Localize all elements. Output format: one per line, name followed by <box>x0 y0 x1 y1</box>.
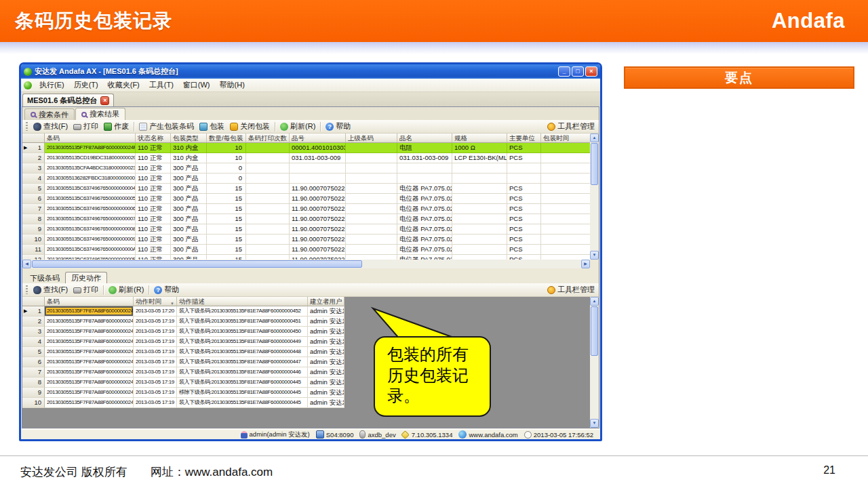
table-row[interactable]: 3201303055135CFA4BDC318000000023E110 正常3… <box>22 163 590 174</box>
tab-搜索条件[interactable]: 搜索条件 <box>24 108 75 120</box>
column-header-规格[interactable]: 规格 <box>452 134 507 143</box>
cell <box>541 204 590 214</box>
column-header-品号[interactable]: 品号 <box>290 134 346 143</box>
table-row[interactable]: 1▶201303055135F7F87A88F6000000024F110 正常… <box>22 143 590 153</box>
scroll-right-icon[interactable]: ▶ <box>581 260 590 268</box>
history-row[interactable]: 6201303055135F7F87A88F6000000024F2013-03… <box>22 357 590 367</box>
toolbar-button-作废[interactable]: 作废 <box>101 121 132 132</box>
window-titlebar[interactable]: 安达发 Andafa AX - [MES01.6 条码总控台] _ □ × <box>21 64 600 79</box>
column-header-主要单位[interactable]: 主要单位 <box>507 134 541 143</box>
cell: 300 产品 <box>171 174 207 184</box>
history-row[interactable]: 4201303055135F7F87A88F6000000024F2013-03… <box>22 337 590 347</box>
toolbar-button-label: 刷新(R) <box>119 285 144 295</box>
menu-item-2[interactable]: 历史(T) <box>69 79 103 92</box>
toolbar-manage-button[interactable]: 工具栏管理 <box>547 285 595 295</box>
column-header-上级条码[interactable]: 上级条码 <box>346 134 397 143</box>
scrollbar-corner <box>590 260 599 268</box>
column-header-包装类型[interactable]: 包装类型 <box>171 134 207 143</box>
table-row[interactable]: 12201303055135C637496765000000000B110 正常… <box>22 255 590 260</box>
scroll-up-icon[interactable]: ▲ <box>590 297 599 306</box>
column-header-条码[interactable]: 条码 <box>45 297 134 306</box>
tab-历史动作[interactable]: 历史动作 <box>65 272 107 283</box>
cell: 15 <box>207 255 246 260</box>
cell: 10 <box>207 143 246 153</box>
table-row[interactable]: 5201303055135C6374967650000000004110 正常3… <box>22 184 590 194</box>
column-header-品名[interactable]: 品名 <box>397 134 452 143</box>
history-row[interactable]: 2201303055135F7F87A88F6000000024F2013-03… <box>22 317 590 327</box>
cell: 110 正常 <box>136 255 171 260</box>
toolbar-button-关闭包装[interactable]: 关闭包装 <box>227 121 273 132</box>
toolbar-button-帮助[interactable]: ?帮助 <box>151 284 182 296</box>
tab-close-icon[interactable]: × <box>100 96 109 105</box>
tab-搜索结果[interactable]: 搜索结果 <box>75 108 125 120</box>
menu-item-6[interactable]: 帮助(H) <box>215 79 250 92</box>
toolbar-button-查找(F)[interactable]: 查找(F) <box>31 121 71 132</box>
toolbar-button-刷新(R)[interactable]: 刷新(R) <box>106 284 146 296</box>
table-row[interactable]: 4201303055136282FBDC3180000000002110 正常3… <box>22 174 590 184</box>
row-number: 3 <box>22 163 45 174</box>
toolbar-button-打印[interactable]: 打印 <box>71 284 101 296</box>
cell: 装入下级条码:201303055135F81E7A88F60000000445 <box>177 378 308 388</box>
column-header-动作描述[interactable]: 动作描述 <box>177 297 308 306</box>
toolbar-button-刷新(R)[interactable]: 刷新(R) <box>277 121 318 132</box>
cell: 11.90.0007075022 <box>290 194 346 204</box>
column-header-状态名称[interactable]: 状态名称 <box>136 134 171 143</box>
cell: 110 正常 <box>136 235 171 245</box>
table-row[interactable]: 11201303055135C637496765000000000A110 正常… <box>22 245 590 255</box>
restore-button[interactable]: □ <box>572 66 584 77</box>
column-header-数量/每包装[interactable]: 数量/每包装 <box>207 134 246 143</box>
row-number: 9 <box>22 224 45 235</box>
menu-item-5[interactable]: 窗口(W) <box>178 79 215 92</box>
close-button[interactable]: × <box>585 66 597 77</box>
history-row[interactable]: 8201303055135F7F87A88F6000000024F2013-03… <box>22 378 590 388</box>
history-row[interactable]: 10201303055135F7F87A88F6000000024F2013-0… <box>22 398 590 408</box>
history-row[interactable]: 1▶201303055135F7F87A88F6000000024F2013-0… <box>22 306 590 317</box>
history-row[interactable]: 7201303055135F7F87A88F6000000024F2013-03… <box>22 367 590 378</box>
table-row[interactable]: 7201303055135C6374967650000000006110 正常3… <box>22 204 590 214</box>
toolbar-button-label: 查找(F) <box>43 121 68 131</box>
column-header-条码[interactable]: 条码 <box>45 134 136 143</box>
tab-下级条码[interactable]: 下级条码 <box>24 272 65 283</box>
table-row[interactable]: 6201303055135C6374967650000000005110 正常3… <box>22 194 590 204</box>
cell <box>541 163 590 174</box>
toolbar-button-产生包装条码[interactable]: 产生包装条码 <box>136 121 197 132</box>
scroll-left-icon[interactable]: ◀ <box>22 260 31 268</box>
main-vertical-scrollbar[interactable]: ▲ ▼ <box>590 134 599 260</box>
cell: admin 安达发 <box>308 327 344 337</box>
table-row[interactable]: 10201303055135C6374967650000000009110 正常… <box>22 235 590 245</box>
document-tab[interactable]: MES01.6 条码总控台 × <box>22 94 114 106</box>
cell: 2013-03-05 17:19 <box>134 347 177 357</box>
toolbar-grip[interactable] <box>26 285 28 294</box>
history-row[interactable]: 3201303055135F7F87A88F6000000024F2013-03… <box>22 327 590 337</box>
table-row[interactable]: 8201303055135C6374967650000000007110 正常3… <box>22 214 590 224</box>
toolbar-button-帮助[interactable]: ?帮助 <box>323 121 353 132</box>
main-horizontal-scrollbar[interactable]: ◀ ▶ <box>22 260 590 268</box>
table-row[interactable]: 2201303055135CD19BDC318000000020B110 正常3… <box>22 153 590 163</box>
toolbar-button-查找(F)[interactable]: 查找(F) <box>31 284 71 296</box>
toolbar-manage-button[interactable]: 工具栏管理 <box>547 121 595 131</box>
history-row[interactable]: 5201303055135F7F87A88F6000000024F2013-03… <box>22 347 590 357</box>
table-row[interactable]: 9201303055135C6374967650000000008110 正常3… <box>22 224 590 235</box>
scroll-down-icon[interactable]: ▼ <box>590 251 599 260</box>
footer-copyright: 安达发公司 版权所有 网址：www.andafa.com <box>20 464 273 480</box>
column-header-条码打印次数[interactable]: 条码打印次数 <box>246 134 290 143</box>
cell: 11.90.0007075022 <box>290 214 346 224</box>
cell[interactable]: 201303055135F7F87A88F6000000024F <box>45 306 134 317</box>
toolbar-grip[interactable] <box>26 122 28 131</box>
status-item: www.andafa.com <box>458 430 517 439</box>
toolbar-button-打印[interactable]: 打印 <box>71 121 101 132</box>
menu-item-1[interactable]: 执行(E) <box>35 79 69 92</box>
status-item: axdb_dev <box>359 430 395 439</box>
scroll-down-icon[interactable]: ▼ <box>590 419 599 428</box>
toolbar-button-包装[interactable]: 包装 <box>197 121 227 132</box>
scroll-up-icon[interactable]: ▲ <box>590 134 599 142</box>
menu-item-4[interactable]: 工具(T) <box>144 79 178 92</box>
row-number: 4 <box>22 174 45 184</box>
history-row[interactable]: 9201303055135F7F87A88F6000000024F2013-03… <box>22 388 590 398</box>
menu-item-3[interactable]: 收藏夹(F) <box>103 79 144 92</box>
minimize-button[interactable]: _ <box>558 66 570 77</box>
column-header-包装时间[interactable]: 包装时间 <box>541 134 590 143</box>
column-header-建立者用户[interactable]: 建立者用户 <box>308 297 344 306</box>
history-vertical-scrollbar[interactable]: ▲ ▼ <box>590 297 599 428</box>
column-header-动作时间[interactable]: 动作时间▼ <box>134 297 177 306</box>
